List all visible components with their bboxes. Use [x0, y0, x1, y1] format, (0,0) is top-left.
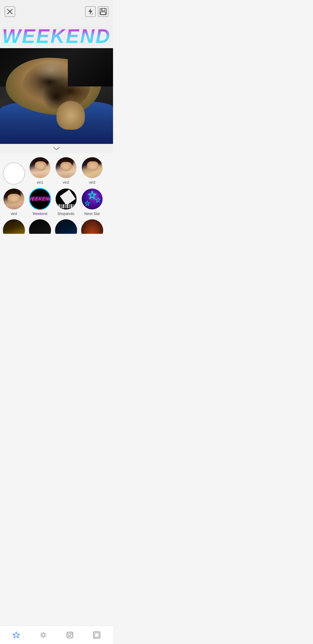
- filter-label-vin4: vin4: [11, 212, 17, 216]
- partial-filter-2[interactable]: [29, 219, 51, 234]
- vin2-face: [60, 162, 72, 171]
- svg-marker-10: [85, 201, 90, 206]
- photo-cat-paw: [57, 101, 85, 130]
- filter-label-vin1: vin1: [37, 180, 43, 184]
- photo-highlight: [34, 58, 68, 82]
- filter-item-vin4[interactable]: vin4: [3, 188, 25, 216]
- vin3-thumb: [82, 157, 103, 178]
- weekend-circle-content: WEEKEND: [30, 189, 50, 209]
- neon-star-svg: [82, 189, 102, 209]
- vin4-face: [8, 194, 21, 203]
- weekend-title-wrapper: WEEKEND: [2, 26, 111, 46]
- header: A: [0, 0, 113, 23]
- neonstar-content: [82, 189, 103, 209]
- filter-label-vin3: vin3: [89, 180, 95, 184]
- vin4-body: [3, 204, 24, 209]
- filter-section: vin1 vin2 vin3: [0, 153, 113, 234]
- filter-circle-weekend[interactable]: WEEKEND: [29, 188, 51, 210]
- save-button[interactable]: [98, 6, 108, 17]
- weekend-title: WEEKEND: [2, 26, 111, 46]
- filter-row-2: vin4 WEEKEND Weekend: [3, 188, 110, 219]
- shopaholic-content: [56, 189, 77, 209]
- chevron-down-icon[interactable]: [52, 146, 61, 151]
- filter-label-neonstar: Neon Star: [84, 212, 100, 216]
- partial-filter-3[interactable]: [55, 219, 77, 234]
- vin3-face: [87, 161, 99, 171]
- vin1-body: [30, 172, 50, 178]
- svg-marker-9: [96, 198, 100, 202]
- svg-text:A: A: [91, 12, 93, 15]
- filter-circle-vin1[interactable]: [29, 157, 51, 179]
- vin2-body: [56, 172, 77, 178]
- filter-circle-shopaholic[interactable]: [55, 188, 77, 210]
- chevron-container[interactable]: [0, 144, 113, 153]
- filter-item-vin1[interactable]: vin1: [29, 157, 51, 184]
- partial-filter-1[interactable]: [3, 219, 25, 234]
- main-photo: [0, 48, 113, 144]
- weekend-circle-text: WEEKEND: [29, 196, 51, 202]
- shopaholic-barcode: [56, 204, 77, 208]
- filter-circle-neonstar[interactable]: [81, 188, 103, 210]
- filter-circle-vin4[interactable]: [3, 188, 25, 210]
- vin2-thumb: [56, 157, 77, 178]
- title-area: WEEKEND: [0, 23, 113, 48]
- vin4-thumb: [3, 189, 24, 209]
- filter-item-vin3[interactable]: vin3: [81, 157, 103, 184]
- filter-circle-empty[interactable]: [3, 162, 25, 184]
- filter-item-empty[interactable]: [3, 162, 25, 184]
- partial-filter-4[interactable]: [81, 219, 103, 234]
- filter-label-shopaholic: Shopaholic: [57, 212, 74, 216]
- filter-label-weekend: Weekend: [33, 212, 47, 216]
- filter-row-1: vin1 vin2 vin3: [3, 157, 110, 188]
- photo-dark-corner: [68, 53, 113, 87]
- filter-circle-vin2[interactable]: [55, 157, 77, 179]
- svg-rect-5: [101, 8, 105, 11]
- main-photo-container: [0, 48, 113, 144]
- filter-item-shopaholic[interactable]: Shopaholic: [55, 188, 77, 216]
- save-icon: [99, 8, 107, 15]
- filter-item-weekend[interactable]: WEEKEND Weekend: [29, 188, 51, 216]
- svg-marker-8: [88, 191, 96, 199]
- vin1-thumb: [30, 157, 50, 178]
- flash-button[interactable]: A: [85, 6, 96, 17]
- filter-row-3-partial: [3, 219, 110, 234]
- bottom-spacer: [0, 234, 113, 254]
- close-icon: [7, 8, 13, 15]
- filter-item-neonstar[interactable]: Neon Star: [81, 188, 103, 216]
- filter-item-vin2[interactable]: vin2: [55, 157, 77, 184]
- filter-circle-vin3[interactable]: [81, 157, 103, 179]
- filter-label-vin2: vin2: [63, 180, 69, 184]
- svg-rect-6: [101, 12, 106, 15]
- vin1-face: [35, 161, 46, 171]
- flash-auto-icon: A: [87, 8, 94, 15]
- close-button[interactable]: [5, 6, 15, 17]
